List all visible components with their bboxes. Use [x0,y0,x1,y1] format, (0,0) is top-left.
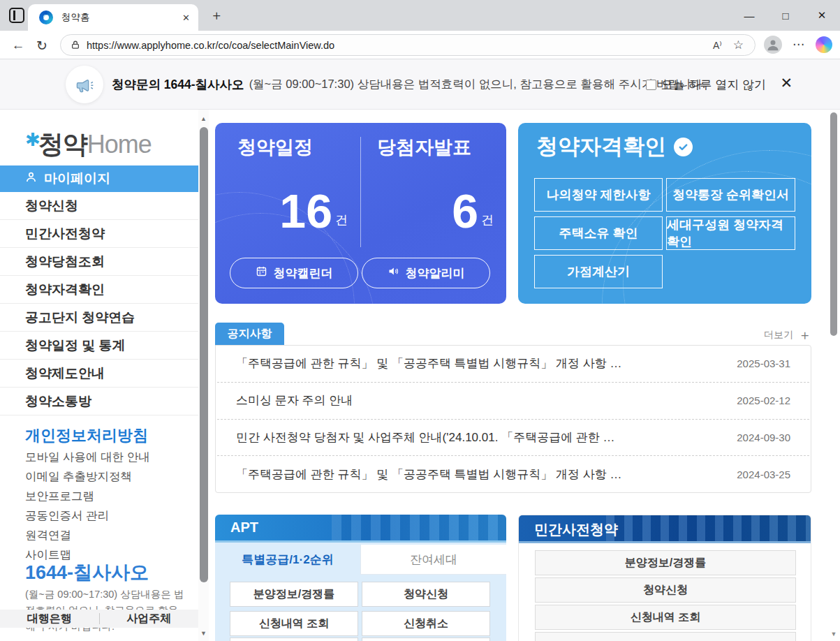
presale-clipped-button[interactable] [535,632,796,641]
footer-business-link[interactable]: 사업주체 [100,612,199,626]
apt-sale-info-button[interactable]: 분양정보/경쟁률 [230,582,358,607]
notice-row[interactable]: 「주택공급에 관한 규칙」 및 「공공주택 특별법 시행규칙」 개정 사항 … … [217,456,809,492]
notice-list: 「주택공급에 관한 규칙」 및 「공공주택 특별법 시행규칙」 개정 사항 … … [215,345,811,493]
apt-apply-button[interactable]: 청약신청 [362,582,490,607]
household-qualification-button[interactable]: 세대구성원 청약자격확인 [666,216,795,250]
presale-sale-info-button[interactable]: 분양정보/경쟁률 [535,550,796,575]
sidebar-item-schedule-stats[interactable]: 청약일정 및 통계 [0,332,198,360]
apt-cancel-button[interactable]: 신청취소 [362,611,490,636]
link-security-program[interactable]: 보안프로그램 [25,486,150,506]
footer-bank-link[interactable]: 대행은행 [0,612,99,626]
apt-clipped-button[interactable] [230,638,358,641]
page-content: 청약문의 1644-칠사사오 (월~금 09:00~17:30) 상담내용은 법… [0,59,840,641]
close-button[interactable]: ✕ [804,0,840,31]
notice-title: 「주택공급에 관한 규칙」 및 「공공주택 특별법 시행규칙」 개정 사항 … [236,466,622,482]
alert-button[interactable]: 청약알리미 [362,258,490,288]
winner-announce-title: 당첨자발표 [377,135,471,160]
sidebar-item-practice[interactable]: 공고단지 청약연습 [0,304,198,332]
minimize-button[interactable]: — [731,0,767,31]
my-restrictions-button[interactable]: 나의청약 제한사항 [534,178,663,212]
sidebar-links: 모바일 사용에 대한 안내 이메일 추출방지정책 보안프로그램 공동인증서 관리… [25,447,150,564]
site-logo[interactable]: ✱청약Home [25,128,152,162]
schedule-card: 청약일정 16 건 당첨자발표 6 건 청약캘린더 [215,123,506,304]
apt-card: APT 특별공급/1·2순위 잔여세대 분양정보/경쟁률 청약신청 신청내역 조… [215,515,506,641]
sidebar-item-winner-lookup[interactable]: 청약당첨조회 [0,248,198,276]
banner-phone-text: 청약문의 1644-칠사사오 [112,76,244,93]
sidebar-item-private-presale[interactable]: 민간사전청약 [0,220,198,248]
browser-tab[interactable]: 청약홈 ✕ [28,4,198,31]
sidebar-menu: 청약신청 민간사전청약 청약당첨조회 청약자격확인 공고단지 청약연습 청약일정… [0,192,198,415]
scroll-up-icon[interactable]: ▲ [198,115,209,122]
notice-title: 민간 사전청약 당첨자 및 사업주체 안내('24.10.01. 「주택공급에 … [236,429,615,445]
apt-tab-special-supply[interactable]: 특별공급/1·2순위 [215,545,360,575]
notice-row[interactable]: 스미싱 문자 주의 안내 2025-02-12 [217,383,809,420]
sidebar-item-apply[interactable]: 청약신청 [0,192,198,220]
apt-card-title: APT [230,520,258,536]
score-calculator-button[interactable]: 가점계산기 [534,255,663,288]
sidebar-item-system-guide[interactable]: 청약제도안내 [0,360,198,388]
read-aloud-icon[interactable]: A⁾ [713,40,722,51]
notice-title: 스미싱 문자 주의 안내 [236,392,353,408]
refresh-button[interactable]: ↻ [32,36,52,55]
contact-phone: 1644-칠사사오 [25,560,149,585]
back-button[interactable]: ← [8,36,28,55]
dismiss-label: 오늘 하루 열지 않기 [661,77,766,93]
megaphone-icon [66,66,103,103]
notice-date: 2024-09-30 [737,432,790,443]
page-scroll-down-icon[interactable]: ▼ [830,631,837,638]
link-certificate[interactable]: 공동인증서 관리 [25,506,150,525]
url-text: https://www.applyhome.co.kr/co/coa/selec… [87,40,713,51]
profile-avatar[interactable] [764,36,782,54]
sidebar-item-community[interactable]: 청약소통방 [0,388,198,415]
link-mobile-guide[interactable]: 모바일 사용에 대한 안내 [25,447,150,466]
page-scrollbar-thumb[interactable] [830,112,837,336]
tab-actions-icon[interactable] [9,8,24,23]
schedule-title: 청약일정 [237,135,313,160]
browser-window: 청약홈 ✕ ＋ — □ ✕ ← ↻ https://www.applyhome.… [0,0,840,641]
account-rank-button[interactable]: 청약통장 순위확인서 [666,178,795,212]
site-favicon-icon [39,10,53,24]
presale-apply-button[interactable]: 청약신청 [535,577,796,603]
winner-announce-unit: 건 [481,212,494,228]
notice-row[interactable]: 「주택공급에 관한 규칙」 및 「공공주택 특별법 시행규칙」 개정 사항 … … [217,346,809,383]
lock-icon [71,40,80,50]
sidebar-scrollbar[interactable]: ▲ ▼ [198,110,209,641]
sidebar-footer: 대행은행 사업주체 [0,610,198,628]
sidebar-item-qualification[interactable]: 청약자격확인 [0,276,198,304]
address-bar[interactable]: https://www.applyhome.co.kr/co/coa/selec… [60,34,756,56]
scroll-down-icon[interactable]: ▼ [198,630,209,637]
main-content: 청약일정 16 건 당첨자발표 6 건 청약캘린더 [209,110,840,641]
notice-row[interactable]: 민간 사전청약 당첨자 및 사업주체 안내('24.10.01. 「주택공급에 … [217,420,809,457]
home-ownership-button[interactable]: 주택소유 확인 [534,216,663,250]
page-scrollbar[interactable]: ▼ [830,110,838,641]
dismiss-checkbox[interactable] [646,80,656,90]
calendar-button[interactable]: 청약캘린더 [230,258,358,288]
plus-icon: ＋ [798,326,811,344]
sidebar-scrollbar-thumb[interactable] [200,127,208,582]
notice-more-link[interactable]: 더보기 ＋ [764,326,811,344]
presale-history-button[interactable]: 신청내역 조회 [535,605,796,630]
apt-history-button[interactable]: 신청내역 조회 [230,611,358,636]
tab-title: 청약홈 [61,11,182,24]
favorite-star-icon[interactable]: ☆ [733,38,744,52]
qualification-card: 청약자격확인 나의청약 제한사항 청약통장 순위확인서 주택소유 확인 세대구성… [518,123,811,304]
banner-close-icon[interactable]: ✕ [780,75,793,91]
link-remote[interactable]: 원격연결 [25,525,150,545]
new-tab-button[interactable]: ＋ [207,6,226,25]
copilot-icon[interactable] [816,36,832,53]
link-email-policy[interactable]: 이메일 추출방지정책 [25,466,150,486]
banner-dismiss-group[interactable]: 오늘 하루 열지 않기 [646,59,766,110]
sidebar-item-mypage[interactable]: 마이페이지 [0,165,198,192]
sidebar: ✱청약Home 마이페이지 청약신청 민간사전청약 청약당첨조회 청약자격확인 … [0,110,209,641]
apt-clipped-button[interactable] [362,638,490,641]
browser-menu-icon[interactable]: ⋯ [790,36,807,54]
tab-close-icon[interactable]: ✕ [182,13,190,23]
notice-tab[interactable]: 공지사항 [215,323,284,346]
maximize-button[interactable]: □ [767,0,804,31]
winner-announce-count: 6 [452,187,478,235]
private-presale-title: 민간사전청약 [534,520,618,539]
privacy-policy-link[interactable]: 개인정보처리방침 [25,425,148,446]
apt-card-header [215,515,506,543]
banner-note-text: (월~금 09:00~17:30) 상담내용은 법적효력이 없으니, 참고용으로… [249,77,706,92]
apt-tab-remaining-units[interactable]: 잔여세대 [360,545,506,575]
